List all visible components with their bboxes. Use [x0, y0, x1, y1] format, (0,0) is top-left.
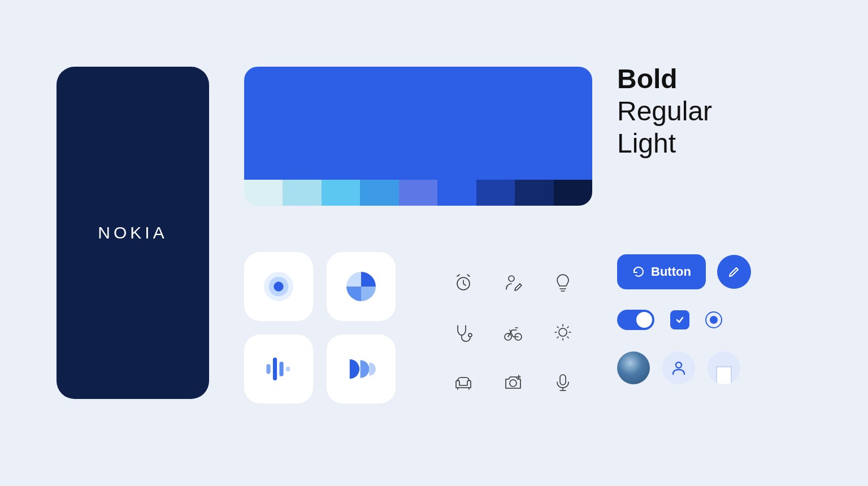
audio-bars-icon [258, 349, 299, 389]
palette-shade-4 [399, 180, 437, 206]
palette-shade-7 [515, 180, 553, 206]
microphone-icon [538, 357, 588, 407]
svg-point-8 [509, 276, 514, 281]
toggle-switch[interactable] [617, 310, 654, 330]
stethoscope-icon [439, 307, 488, 357]
pencil-icon [727, 265, 741, 279]
avatar-icon-placeholder [662, 352, 695, 384]
button-label: Button [651, 264, 691, 279]
alarm-clock-icon [439, 258, 488, 307]
palette-shade-0 [244, 180, 283, 206]
color-palette [244, 67, 592, 206]
palette-shade-5 [437, 180, 476, 206]
palette-shade-6 [476, 180, 515, 206]
check-icon [675, 315, 685, 325]
camera-plus-icon [488, 357, 538, 407]
palette-shade-8 [554, 180, 592, 206]
svg-rect-5 [279, 362, 283, 376]
checkbox[interactable] [670, 310, 689, 329]
palette-shade-2 [322, 180, 360, 206]
app-tile-audio-bars [244, 335, 313, 403]
sun-icon [538, 307, 588, 357]
primary-button[interactable]: Button [617, 254, 706, 289]
svg-point-12 [559, 328, 567, 336]
edit-button[interactable] [717, 255, 751, 289]
palette-primary [244, 67, 592, 180]
avatar-empty-placeholder [708, 352, 740, 384]
user-icon [670, 359, 687, 376]
semicircles-icon [341, 349, 381, 389]
avatar-photo [617, 352, 650, 384]
palette-shade-1 [283, 180, 321, 206]
app-tile-target [244, 252, 313, 321]
brand-logo: NOKIA [98, 223, 167, 242]
pinwheel-icon [341, 266, 381, 307]
app-tile-semicircles [327, 335, 396, 403]
palette-shade-3 [360, 180, 398, 206]
target-icon [258, 266, 299, 307]
refresh-icon [632, 265, 645, 279]
phone-mockup-card: NOKIA [57, 67, 209, 399]
svg-point-9 [468, 333, 472, 337]
ui-controls: Button [617, 254, 751, 384]
svg-rect-4 [273, 358, 277, 380]
font-weight-bold: Bold [617, 63, 712, 94]
svg-rect-14 [560, 375, 566, 385]
svg-point-15 [676, 362, 682, 368]
typography-sample: Bold Regular Light [617, 63, 712, 159]
svg-point-2 [274, 281, 283, 291]
font-weight-regular: Regular [617, 96, 712, 127]
user-edit-icon [488, 258, 538, 307]
svg-rect-6 [286, 367, 290, 372]
outline-icon-grid [439, 258, 588, 407]
sofa-icon [439, 357, 488, 407]
svg-rect-3 [266, 364, 270, 374]
bicycle-icon [488, 307, 538, 357]
svg-point-13 [510, 380, 517, 387]
lightbulb-icon [538, 258, 588, 307]
font-weight-light: Light [617, 128, 712, 159]
palette-shades [244, 180, 592, 206]
app-tile-pinwheel [327, 252, 396, 321]
radio-button[interactable] [705, 311, 722, 328]
app-icon-tiles [244, 252, 396, 403]
